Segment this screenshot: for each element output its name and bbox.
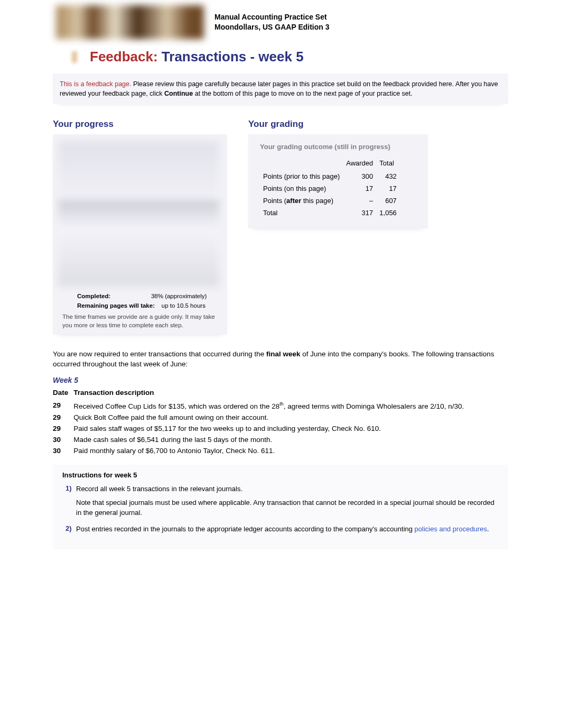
feedback-info-box: This is a feedback page. Please review t… [53,73,508,104]
info-continue-word: Continue [164,90,193,97]
table-row: 30 Paid monthly salary of $6,700 to Anto… [53,445,469,456]
tx-date: 29 [53,412,73,423]
title-rest: Transactions - week 5 [162,49,304,64]
tx-date: 29 [53,400,73,412]
grading-row-awarded: 17 [343,182,376,195]
progress-completed-value: 38% (approximately) [151,293,207,299]
instruction-number: 1 [66,484,76,519]
tx-desc: Received Coffee Cup Lids for $135, which… [73,400,469,412]
grading-row-awarded: 317 [343,207,376,219]
grading-row: Points (on this page) 17 17 [260,182,400,195]
grading-row-total: 1,056 [376,207,400,219]
progress-completed-label: Completed: [77,293,110,299]
page-title: Feedback: Transactions - week 5 [72,49,508,65]
grading-col-awarded: Awarded [343,157,376,170]
banner-line1: Manual Accounting Practice Set [214,13,327,21]
title-bullet-icon [72,51,77,63]
table-row: 29 Quick Bolt Coffee paid the full amoun… [53,412,469,423]
tx-desc: Paid monthly salary of $6,700 to Antonio… [73,445,469,456]
table-row: 30 Made cash sales of $6,541 during the … [53,434,469,445]
progress-preview-image [58,141,219,287]
top-banner: Manual Accounting Practice Set Moondolla… [53,5,508,39]
body-intro-bold: final week [266,350,301,358]
info-text-after: at the bottom of this page to move on to… [193,90,413,97]
grading-row-total: 17 [376,182,400,195]
instructions-box: Instructions for week 5 1 Record all wee… [53,465,508,549]
grading-row: Points (after this page) – 607 [260,195,400,207]
tx-desc: Quick Bolt Coffee paid the full amount o… [73,412,469,423]
grading-subheading: Your grading outcome (still in progress) [254,140,423,157]
grading-table: Awarded Total Points (prior to this page… [260,157,400,219]
tx-header-date: Date [53,386,73,400]
grading-row-awarded: – [343,195,376,207]
tx-date: 29 [53,423,73,434]
body-intro: You are now required to enter transactio… [53,349,508,370]
progress-card: Completed: 38% (approximately) Remaining… [53,134,227,335]
title-prefix: Feedback: [90,49,158,64]
instruction-text: Record all week 5 transactions in the re… [76,484,499,519]
body-intro-pre: You are now required to enter transactio… [53,350,266,358]
grading-row-awarded: 300 [343,170,376,182]
instruction-item: 1 Record all week 5 transactions in the … [66,484,499,519]
table-row: 29 Received Coffee Cup Lids for $135, wh… [53,400,469,412]
table-row: 29 Paid sales staff wages of $5,117 for … [53,423,469,434]
tx-desc: Paid sales staff wages of $5,117 for the… [73,423,469,434]
grading-row-label-post: this page) [301,197,333,205]
week-heading: Week 5 [53,376,508,384]
info-red-prefix: This is a feedback page. [60,80,132,88]
transactions-table: Date Transaction description 29 Received… [53,386,469,456]
progress-remaining-label: Remaining pages will take: [77,302,155,309]
grading-row: Points (prior to this page) 300 432 [260,170,400,182]
progress-note: The time frames we provide are a guide o… [58,310,222,331]
grading-card: Your grading outcome (still in progress)… [248,134,428,228]
grading-row-label-bold: after [286,197,301,205]
instruction-text: Post entries recorded in the journals to… [76,524,499,535]
grading-row-total: 432 [376,170,400,182]
policies-link[interactable]: policies and procedures [415,525,487,533]
banner-text: Manual Accounting Practice Set Moondolla… [214,12,330,32]
progress-remaining-value: up to 10.5 hours [162,302,205,309]
tx-date: 30 [53,445,73,456]
instruction-number: 2 [66,524,76,535]
instructions-heading: Instructions for week 5 [62,471,499,479]
grading-row: Total 317 1,056 [260,207,400,219]
grading-col-total: Total [376,157,400,170]
grading-row-label: Points (on this page) [263,185,326,192]
tx-header-desc: Transaction description [73,386,469,400]
grading-row-label: Points (prior to this page) [263,172,340,180]
grading-row-label: Total [263,209,277,217]
progress-remaining-row: Remaining pages will take: up to 10.5 ho… [58,300,222,310]
banner-line2: Moondollars, US GAAP Edition 3 [214,23,330,31]
tx-desc: Made cash sales of $6,541 during the las… [73,434,469,445]
tx-date: 30 [53,434,73,445]
banner-logo-image [56,5,204,39]
progress-heading: Your progress [53,119,227,130]
grading-heading: Your grading [248,119,428,130]
grading-row-total: 607 [376,195,400,207]
grading-row-label-pre: Points ( [263,197,286,205]
progress-completed-row: Completed: 38% (approximately) [58,291,222,300]
instruction-item: 2 Post entries recorded in the journals … [66,524,499,535]
